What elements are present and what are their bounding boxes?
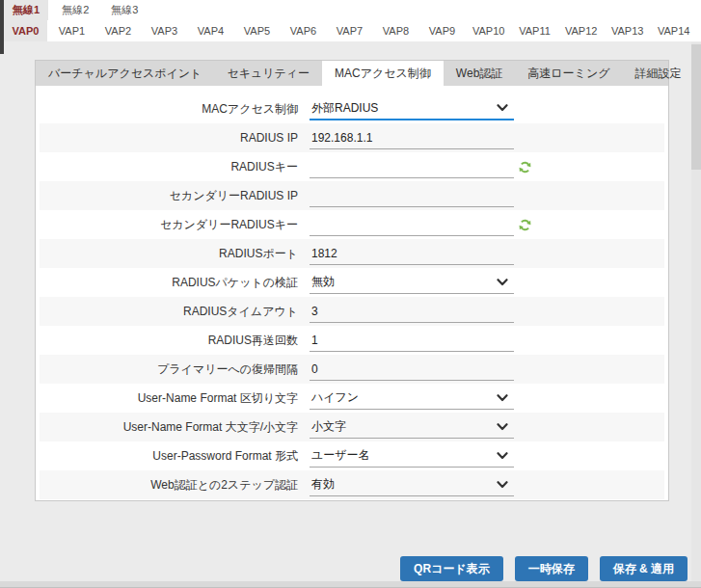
text-field[interactable] — [310, 242, 514, 265]
vap-tab-8[interactable]: VAP8 — [374, 20, 418, 41]
chevron-wrap — [497, 104, 508, 112]
field-label: RADIUSキー — [40, 159, 310, 175]
section-tab-0[interactable]: バーチャルアクセスポイント — [36, 61, 214, 86]
text-input[interactable] — [310, 215, 514, 234]
select-value: 有効 — [310, 476, 497, 493]
form-row: User-Password Format 形式ユーザー名 — [40, 441, 664, 470]
vap-tab-14[interactable]: VAP14 — [652, 20, 695, 41]
field-label: User-Name Format 区切り文字 — [40, 390, 310, 407]
wireless-tab-2[interactable]: 無線2 — [53, 0, 97, 20]
scrollbar-thumb[interactable] — [691, 44, 701, 170]
vap-tab-4[interactable]: VAP4 — [189, 20, 232, 41]
window-left-edge — [0, 0, 4, 54]
text-input[interactable] — [310, 302, 514, 321]
form-row: RADIUSパケットの検証無効 — [40, 268, 664, 297]
vap-tab-13[interactable]: VAP13 — [606, 20, 649, 41]
chevron-wrap — [497, 394, 508, 402]
vap-tab-11[interactable]: VAP11 — [513, 20, 556, 41]
form-row: MACアクセス制御外部RADIUS — [40, 94, 664, 123]
text-input[interactable] — [310, 128, 514, 147]
text-field[interactable] — [310, 329, 514, 352]
wireless-tab-1[interactable]: 無線1 — [4, 0, 48, 20]
chevron-down-icon — [497, 104, 508, 112]
text-input[interactable] — [310, 331, 514, 350]
chevron-wrap — [497, 279, 508, 286]
text-input[interactable] — [310, 186, 514, 205]
refresh-icon-wrap[interactable] — [519, 219, 536, 231]
chevron-down-icon — [497, 481, 508, 489]
vap-tab-12[interactable]: VAP12 — [559, 20, 603, 41]
text-field[interactable] — [310, 213, 514, 236]
select-value: ハイフン — [310, 389, 497, 406]
chevron-down-icon — [497, 423, 508, 431]
form-row: セカンダリーRADIUS IP — [40, 181, 664, 210]
footer-button-bar: QRコード表示一時保存保存 & 適用 — [400, 556, 688, 581]
settings-card: バーチャルアクセスポイントセキュリティーMACアクセス制御Web認証高速ローミン… — [35, 60, 669, 501]
save-apply-button[interactable]: 保存 & 適用 — [600, 556, 688, 581]
wireless-tab-row: 無線1無線2無線3 — [0, 0, 701, 20]
field-label: RADIUSタイムアウト — [40, 304, 310, 320]
vap-tab-2[interactable]: VAP2 — [96, 20, 140, 41]
select-field[interactable]: ハイフン — [310, 387, 514, 410]
form-row: RADIUSキー — [40, 152, 664, 181]
qr-code-button[interactable]: QRコード表示 — [400, 556, 503, 581]
form-row: プライマリーへの復帰間隔 — [40, 355, 664, 384]
section-tab-3[interactable]: Web認証 — [444, 61, 515, 86]
text-field[interactable] — [310, 300, 514, 323]
refresh-icon[interactable] — [519, 219, 531, 231]
vap-tab-row: VAP0VAP1VAP2VAP3VAP4VAP5VAP6VAP7VAP8VAP9… — [0, 20, 701, 41]
chevron-down-icon — [497, 279, 508, 286]
text-input[interactable] — [310, 360, 514, 379]
section-tab-1[interactable]: セキュリティー — [214, 61, 322, 86]
select-field[interactable]: 小文字 — [310, 415, 514, 439]
vap-tab-1[interactable]: VAP1 — [50, 20, 94, 41]
vap-tab-9[interactable]: VAP9 — [420, 20, 464, 41]
field-label: MACアクセス制御 — [40, 101, 310, 118]
field-label: RADIUSポート — [40, 246, 310, 262]
field-label: User-Name Format 大文字/小文字 — [40, 419, 310, 436]
section-tab-2[interactable]: MACアクセス制御 — [322, 61, 444, 86]
form-row: User-Name Format 大文字/小文字小文字 — [40, 413, 664, 441]
chevron-down-icon — [497, 394, 508, 402]
text-field[interactable] — [310, 126, 514, 149]
text-field[interactable] — [310, 358, 514, 381]
form-row: RADIUSポート — [40, 239, 664, 268]
select-value: ユーザー名 — [310, 447, 497, 464]
section-tab-4[interactable]: 高速ローミング — [515, 61, 622, 86]
text-input[interactable] — [310, 244, 514, 263]
field-label: プライマリーへの復帰間隔 — [40, 361, 310, 378]
top-navigation: 無線1無線2無線3 VAP0VAP1VAP2VAP3VAP4VAP5VAP6VA… — [0, 0, 701, 41]
form-row: RADIUS再送回数 — [40, 326, 664, 355]
select-value: 小文字 — [310, 418, 497, 435]
select-value: 無効 — [310, 274, 497, 290]
refresh-icon-wrap[interactable] — [519, 161, 536, 174]
chevron-down-icon — [497, 452, 508, 460]
chevron-wrap — [497, 423, 508, 431]
section-tab-bar: バーチャルアクセスポイントセキュリティーMACアクセス制御Web認証高速ローミン… — [36, 61, 668, 86]
vap-tab-10[interactable]: VAP10 — [467, 20, 510, 41]
temp-save-button[interactable]: 一時保存 — [515, 556, 588, 581]
select-field[interactable]: ユーザー名 — [310, 444, 514, 468]
field-label: RADIUS再送回数 — [40, 333, 310, 349]
text-field[interactable] — [310, 155, 514, 178]
bottom-window-strip — [0, 581, 701, 588]
vap-tab-6[interactable]: VAP6 — [282, 20, 325, 41]
text-input[interactable] — [310, 157, 514, 176]
select-field[interactable]: 外部RADIUS — [310, 97, 514, 120]
refresh-icon[interactable] — [519, 161, 531, 174]
form-row: RADIUSタイムアウト — [40, 297, 664, 326]
section-tab-5[interactable]: 詳細設定 — [622, 61, 693, 86]
form-row: RADIUS IP — [40, 123, 664, 152]
field-label: セカンダリーRADIUSキー — [40, 217, 310, 233]
text-field[interactable] — [310, 184, 514, 207]
vap-tab-3[interactable]: VAP3 — [143, 20, 186, 41]
field-label: User-Password Format 形式 — [40, 448, 310, 465]
select-field[interactable]: 有効 — [310, 473, 514, 496]
wireless-tab-3[interactable]: 無線3 — [102, 0, 147, 20]
page: { "colors": { "accent_blue": "#2e75b5", … — [0, 0, 701, 588]
select-field[interactable]: 無効 — [310, 271, 514, 294]
vap-tab-0[interactable]: VAP0 — [4, 20, 47, 41]
field-label: RADIUSパケットの検証 — [40, 275, 310, 291]
vap-tab-7[interactable]: VAP7 — [328, 20, 371, 41]
vap-tab-5[interactable]: VAP5 — [235, 20, 279, 41]
